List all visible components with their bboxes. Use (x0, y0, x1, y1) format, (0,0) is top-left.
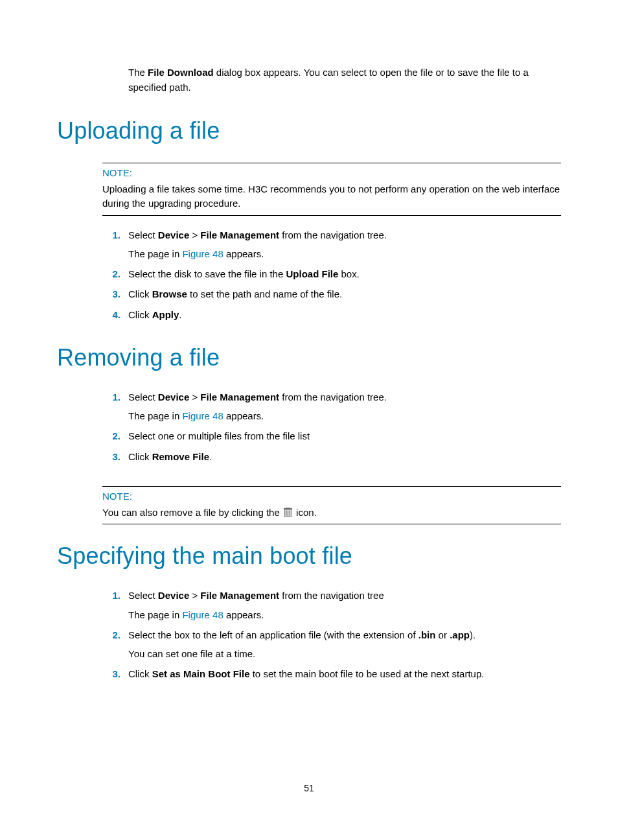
steps-uploading: 1.Select Device > File Management from t… (102, 228, 561, 322)
note-text: Uploading a file takes some time. H3C re… (102, 182, 561, 211)
step-item: 4.Click Apply. (102, 307, 561, 322)
step-item: 3.Click Remove File. (102, 449, 561, 464)
trash-icon (284, 507, 292, 517)
figure-ref[interactable]: Figure 48 (182, 609, 223, 620)
steps-removing: 1.Select Device > File Management from t… (102, 390, 561, 464)
note-label: NOTE: (102, 167, 561, 178)
step-sub: The page in Figure 48 appears. (128, 246, 561, 261)
text: You can also remove a file by clicking t… (102, 507, 282, 518)
text: icon. (296, 507, 317, 518)
step-item: 3.Click Set as Main Boot File to set the… (102, 666, 561, 681)
step-sub: The page in Figure 48 appears. (128, 408, 561, 423)
step-text: Select the box to the left of an applica… (128, 629, 475, 640)
step-number: 3. (102, 449, 120, 464)
steps-boot: 1.Select Device > File Management from t… (102, 588, 561, 681)
note-text: You can also remove a file by clicking t… (102, 506, 561, 520)
step-text: Select Device > File Management from the… (128, 590, 384, 601)
text-bold: File Download (148, 67, 214, 78)
step-text: Select Device > File Management from the… (128, 391, 387, 402)
page-number: 51 (0, 783, 618, 793)
step-item: 3. Click Browse to set the path and name… (102, 286, 561, 301)
step-number: 1. (102, 588, 120, 603)
step-item: 2.Select the box to the left of an appli… (102, 627, 561, 662)
step-sub: You can set one file at a time. (128, 646, 561, 661)
step-number: 1. (102, 228, 120, 242)
step-text: Select the disk to save the file in the … (128, 268, 360, 279)
heading-boot: Specifying the main boot file (57, 542, 561, 570)
step-text: Click Apply. (128, 309, 182, 320)
note-box-uploading: NOTE: Uploading a file takes some time. … (102, 163, 561, 216)
step-text: Click Set as Main Boot File to set the m… (128, 668, 484, 679)
step-number: 4. (102, 307, 120, 322)
figure-ref[interactable]: Figure 48 (182, 248, 223, 259)
intro-paragraph: The File Download dialog box appears. Yo… (128, 65, 561, 95)
step-item: 2.Select the disk to save the file in th… (102, 266, 561, 281)
step-number: 2. (102, 627, 120, 642)
note-box-removing: NOTE: You can also remove a file by clic… (102, 486, 561, 525)
note-label: NOTE: (102, 491, 561, 502)
step-number: 3. (102, 286, 120, 301)
step-number: 2. (102, 266, 120, 281)
step-number: 2. (102, 428, 120, 443)
step-text: Click Browse to set the path and name of… (128, 288, 342, 299)
step-number: 3. (102, 666, 120, 681)
heading-removing: Removing a file (57, 344, 561, 371)
step-item: 1.Select Device > File Management from t… (102, 390, 561, 424)
figure-ref[interactable]: Figure 48 (182, 410, 223, 421)
step-item: 1.Select Device > File Management from t… (102, 228, 561, 262)
text: The (128, 67, 148, 78)
page-content: The File Download dialog box appears. Yo… (0, 0, 618, 682)
heading-uploading: Uploading a file (57, 117, 561, 145)
step-text: Select Device > File Management from the… (128, 229, 387, 240)
step-sub: The page in Figure 48 appears. (128, 607, 561, 622)
step-item: 1.Select Device > File Management from t… (102, 588, 561, 622)
svg-rect-5 (286, 508, 289, 509)
step-item: 2.Select one or multiple files from the … (102, 428, 561, 443)
step-text: Select one or multiple files from the fi… (128, 430, 310, 441)
step-number: 1. (102, 390, 120, 404)
step-text: Click Remove File. (128, 451, 212, 462)
